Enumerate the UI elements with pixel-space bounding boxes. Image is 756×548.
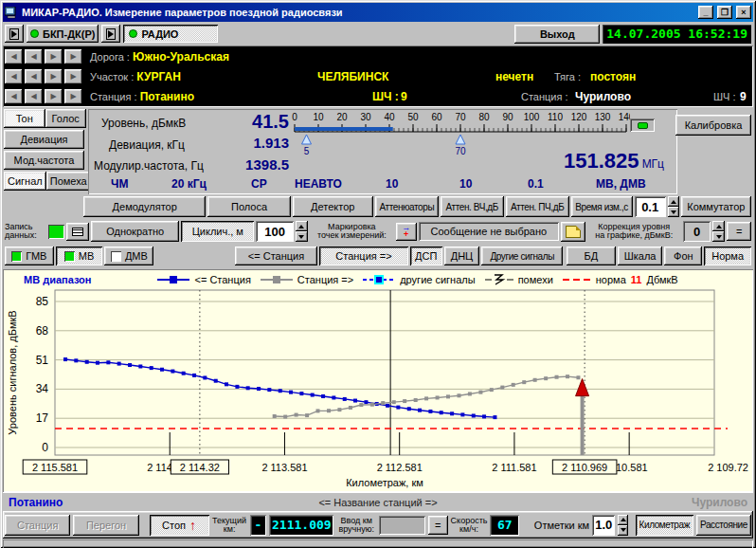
station-first-button[interactable]: ◀: [5, 89, 23, 104]
stepper-down-icon[interactable]: [618, 525, 628, 536]
atten-rf-button[interactable]: Аттен. ВЧ,дБ: [441, 196, 504, 217]
cyclic-distance-input[interactable]: 100: [256, 221, 294, 242]
signal-tab[interactable]: Сигнал: [4, 172, 46, 191]
data-point: [192, 374, 196, 377]
tone-tab[interactable]: Тон: [4, 109, 45, 128]
dnc-button[interactable]: ДНЦ: [444, 247, 480, 265]
data-point: [327, 409, 331, 412]
close-button[interactable]: ×: [736, 6, 751, 19]
svg-text:80: 80: [478, 112, 490, 122]
station-next-button[interactable]: ▶: [45, 89, 63, 104]
band-dmv-button[interactable]: ДМВ: [104, 247, 153, 265]
marking-button[interactable]: →+: [396, 223, 417, 241]
mod-freq-button[interactable]: Мод.частота: [4, 151, 84, 170]
road-last-button[interactable]: ▶: [64, 49, 82, 64]
bottom-control-bar: Станция Перегон Стоп ↑ Текущий км: - 211…: [3, 511, 753, 539]
record-options-button[interactable]: [66, 223, 89, 241]
legend-label: норма: [596, 274, 626, 285]
stepper-up-icon[interactable]: [618, 515, 628, 525]
road-prev-button[interactable]: ◀: [25, 49, 43, 64]
stepper-down-icon[interactable]: [296, 231, 308, 242]
km-marks-stepper[interactable]: [618, 515, 628, 536]
band-gmv-button[interactable]: ГМВ: [5, 247, 54, 265]
stepper-down-icon[interactable]: [712, 231, 725, 242]
stepper-up-icon[interactable]: [668, 196, 679, 207]
data-point: [267, 388, 271, 392]
cyclic-record-button[interactable]: Циклич., м: [181, 221, 254, 242]
section-next-button[interactable]: ▶: [45, 69, 63, 84]
bkp-button[interactable]: БКП-ДК(Р): [27, 25, 99, 43]
data-point: [386, 404, 389, 408]
radio-tab[interactable]: РАДИО: [123, 25, 218, 43]
voice-tab[interactable]: Голос: [45, 109, 87, 128]
shch-left-value: 9: [401, 90, 407, 103]
modulation-value: ЧМ: [111, 177, 128, 191]
data-point: [289, 391, 293, 394]
correction-stepper[interactable]: [712, 221, 725, 242]
peregon-mode-button[interactable]: Перегон: [73, 515, 138, 536]
station-right-value: Чурилово: [575, 90, 631, 103]
other-signals-button[interactable]: Другие сигналы: [481, 247, 563, 265]
maximize-button[interactable]: ❐: [717, 6, 732, 19]
meas-time-stepper[interactable]: [668, 196, 679, 217]
svg-text:140: 140: [619, 112, 630, 122]
road-first-button[interactable]: ◀: [5, 49, 23, 64]
km-marks-input[interactable]: 1.0: [592, 515, 615, 536]
deviation-button[interactable]: Девиация: [4, 130, 84, 149]
noise-tab[interactable]: Помеха: [46, 172, 91, 191]
meas-time-input[interactable]: 0.1: [635, 196, 666, 217]
demodulator-button[interactable]: Демодулятор: [83, 196, 206, 217]
svg-text:70: 70: [455, 112, 466, 122]
message-select-button[interactable]: [561, 222, 585, 242]
rasstoyanie-button[interactable]: Расстояние: [696, 515, 751, 536]
detector-button[interactable]: Детектор: [293, 196, 373, 217]
manual-km-input[interactable]: [379, 516, 424, 535]
kommutator-button[interactable]: Коммутатор: [681, 196, 751, 217]
correction-input[interactable]: 0: [683, 221, 711, 242]
minimize-button[interactable]: _: [698, 6, 713, 19]
station-right-series-button[interactable]: Станция =>: [319, 247, 407, 265]
radio-dropdown-button[interactable]: [101, 25, 120, 43]
calibrate-button[interactable]: Калибровка: [675, 115, 751, 136]
data-point: [295, 413, 298, 417]
station-left-series-button[interactable]: <= Станция: [235, 247, 318, 265]
scale-button[interactable]: Шкала: [618, 247, 663, 265]
data-point: [418, 409, 422, 412]
norm-button[interactable]: Норма: [704, 247, 751, 265]
x-axis-title: Километраж, км: [346, 477, 423, 488]
stepper-down-icon[interactable]: [668, 207, 679, 217]
bandwidth-value: 20 кГц: [171, 177, 207, 191]
kilometrazh-button[interactable]: Километраж: [636, 515, 693, 536]
band-mv-button[interactable]: МВ: [56, 247, 103, 265]
apply-correction-button[interactable]: =: [727, 222, 751, 241]
road-next-button[interactable]: ▶: [45, 49, 63, 64]
station-prev-button[interactable]: ◀: [25, 89, 43, 104]
stop-button[interactable]: Стоп ↑: [150, 515, 209, 536]
station-last-button[interactable]: ▶: [64, 89, 82, 104]
cyclic-distance-stepper[interactable]: [296, 221, 308, 242]
section-prev-button[interactable]: ◀: [25, 69, 43, 84]
list-icon: [72, 228, 83, 236]
marking-label: Маркировка точек измерений:: [310, 223, 394, 240]
polosa-button[interactable]: Полоса: [207, 196, 290, 217]
bkp-dropdown-button[interactable]: [5, 25, 24, 43]
data-point: [359, 403, 363, 407]
stepper-up-icon[interactable]: [296, 221, 308, 231]
atten-if-button[interactable]: Аттен. ПЧ,дБ: [506, 196, 569, 217]
apply-km-button[interactable]: =: [428, 516, 448, 535]
traction-value: постоян: [590, 70, 636, 83]
stepper-up-icon[interactable]: [712, 221, 725, 231]
section-first-button[interactable]: ◀: [5, 69, 23, 84]
data-point: [349, 406, 352, 410]
background-button[interactable]: Фон: [664, 247, 702, 265]
exit-button[interactable]: Выход: [514, 25, 600, 44]
bd-button[interactable]: БД: [567, 247, 616, 265]
data-point: [321, 394, 325, 398]
km-marks-label: Отметки км: [534, 520, 589, 531]
attenuators-button[interactable]: Аттенюаторы: [375, 196, 439, 217]
meas-time-button[interactable]: Время изм.,с: [571, 196, 633, 217]
section-last-button[interactable]: ▶: [64, 69, 82, 84]
station-mode-button[interactable]: Станция: [5, 515, 70, 536]
single-record-button[interactable]: Однократно: [91, 221, 179, 242]
dsp-button[interactable]: ДСП: [410, 247, 442, 265]
